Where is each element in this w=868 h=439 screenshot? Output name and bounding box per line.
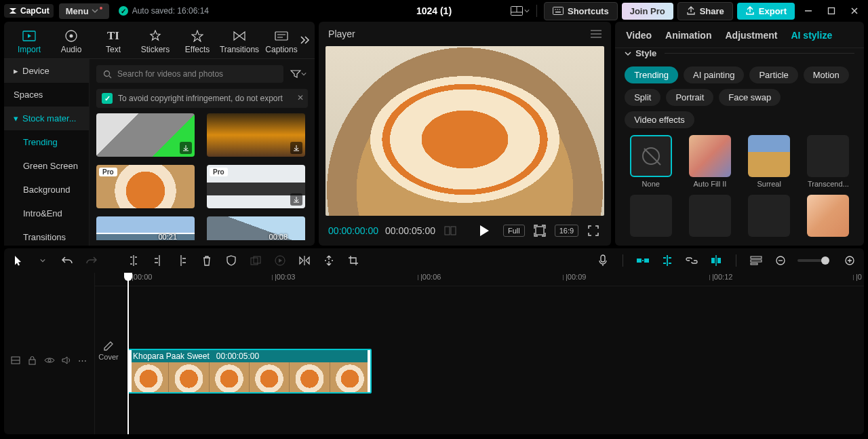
stock-thumb-6[interactable]: 00:08 xyxy=(207,216,305,240)
join-pro-button[interactable]: Join Pro xyxy=(622,3,673,20)
player-viewport[interactable] xyxy=(326,46,604,216)
project-title[interactable]: 1024 (1) xyxy=(416,5,452,16)
chip-faceswap[interactable]: Face swap xyxy=(719,89,781,106)
delete-left-button[interactable] xyxy=(151,253,165,268)
chip-particle[interactable]: Particle xyxy=(749,66,797,83)
tab-audio[interactable]: Audio xyxy=(50,26,92,58)
notice-close-button[interactable]: ✕ xyxy=(297,93,304,102)
clip-handle-right[interactable] xyxy=(368,350,372,392)
delete-right-button[interactable] xyxy=(175,253,190,268)
compare-button[interactable] xyxy=(442,223,458,239)
main-track-magnet[interactable] xyxy=(635,253,650,268)
filter-button[interactable] xyxy=(289,64,308,83)
window-maximize-button[interactable] xyxy=(822,1,841,20)
mirror-button[interactable] xyxy=(297,253,312,268)
select-dropdown[interactable] xyxy=(35,253,50,268)
tab-text[interactable]: TI Text xyxy=(92,26,134,58)
reverse-button[interactable] xyxy=(321,253,336,268)
stock-thumb-3[interactable]: Pro xyxy=(96,165,195,208)
split-button[interactable] xyxy=(126,253,141,268)
video-clip[interactable]: Khopara Paak Sweet 00:00:05:00 xyxy=(127,349,372,394)
play-button[interactable] xyxy=(479,225,490,237)
fx-autofill[interactable]: Auto Fill II xyxy=(684,135,736,188)
insp-tab-video[interactable]: Video xyxy=(626,30,652,41)
zoom-in-button[interactable] xyxy=(842,253,857,268)
tab-transitions[interactable]: Transitions xyxy=(218,26,260,58)
chip-portrait[interactable]: Portrait xyxy=(666,89,713,106)
track-mute-button[interactable] xyxy=(62,355,71,366)
redo-button[interactable] xyxy=(84,253,99,268)
side-trending[interactable]: Trending xyxy=(4,130,89,154)
download-button[interactable] xyxy=(290,142,302,154)
share-button[interactable]: Share xyxy=(677,2,733,20)
side-transitions[interactable]: Transitions xyxy=(4,225,89,246)
tab-captions[interactable]: Captions xyxy=(260,26,302,58)
record-button[interactable] xyxy=(273,253,288,268)
insp-tab-animation[interactable]: Animation xyxy=(665,30,711,41)
side-stock[interactable]: ▾Stock mater... xyxy=(4,107,89,130)
chip-videoeffects[interactable]: Video effects xyxy=(625,111,694,128)
tabs-more-button[interactable] xyxy=(300,35,311,45)
export-button[interactable]: Export xyxy=(737,3,795,20)
playhead[interactable] xyxy=(127,273,129,434)
fx-8[interactable] xyxy=(802,195,854,237)
fx-5[interactable] xyxy=(625,195,677,237)
crop-button[interactable] xyxy=(346,253,361,268)
window-minimize-button[interactable] xyxy=(799,1,818,20)
layout-button[interactable] xyxy=(511,3,530,19)
timecode-current[interactable]: 00:00:00:00 xyxy=(328,225,378,236)
linkage[interactable] xyxy=(684,253,699,268)
fullscreen-button[interactable] xyxy=(585,223,601,239)
fx-transcend[interactable]: Transcend... xyxy=(802,135,854,188)
player-menu-button[interactable] xyxy=(591,30,601,38)
insp-tab-aistylize[interactable]: AI stylize xyxy=(791,30,832,41)
stock-thumb-1[interactable] xyxy=(96,113,195,157)
tab-stickers[interactable]: Stickers xyxy=(134,26,176,58)
download-button[interactable] xyxy=(180,142,192,154)
stock-thumb-5[interactable]: 00:21 xyxy=(96,216,195,240)
side-introend[interactable]: Intro&End xyxy=(4,202,89,225)
track-more-button[interactable]: ⋯ xyxy=(78,355,87,366)
track-lock-button[interactable] xyxy=(27,355,37,366)
tab-import[interactable]: Import xyxy=(8,26,50,58)
fx-none[interactable]: None xyxy=(625,135,677,188)
ratio-button[interactable]: 16:9 xyxy=(555,225,578,237)
chip-aipainting[interactable]: AI painting xyxy=(684,66,744,83)
stock-thumb-4[interactable]: Pro xyxy=(207,165,305,208)
side-background[interactable]: Background xyxy=(4,178,89,202)
timeline-tracks-area[interactable]: |00:00 |00:03 |00:06 |00:09 |00:12 |0 Kh… xyxy=(95,273,864,434)
side-spaces[interactable]: Spaces xyxy=(4,83,89,107)
track-visibility-button[interactable] xyxy=(44,355,55,366)
undo-button[interactable] xyxy=(60,253,75,268)
freeze-button[interactable] xyxy=(224,253,239,268)
track-collapse-button[interactable] xyxy=(11,355,20,366)
track-options[interactable] xyxy=(749,253,764,268)
chip-split[interactable]: Split xyxy=(625,89,660,106)
preview-axis[interactable] xyxy=(709,253,724,268)
delete-button[interactable] xyxy=(199,253,214,268)
quality-button[interactable]: Full xyxy=(503,225,525,237)
menu-button[interactable]: Menu xyxy=(59,3,109,19)
group-button[interactable] xyxy=(248,253,263,268)
mic-button[interactable] xyxy=(595,253,610,268)
chip-motion[interactable]: Motion xyxy=(804,66,849,83)
tab-effects[interactable]: Effects xyxy=(176,26,218,58)
window-close-button[interactable] xyxy=(845,1,864,20)
timeline-ruler[interactable]: |00:00 |00:03 |00:06 |00:09 |00:12 |0 xyxy=(95,273,864,286)
auto-snap[interactable] xyxy=(660,253,675,268)
stock-thumb-2[interactable] xyxy=(207,113,305,157)
zoom-out-button[interactable] xyxy=(773,253,788,268)
style-section-header[interactable]: Style xyxy=(625,48,854,58)
shortcuts-button[interactable]: Shortcuts xyxy=(544,2,618,20)
search-input[interactable]: Search for videos and photos xyxy=(96,65,283,83)
insp-tab-adjustment[interactable]: Adjustment xyxy=(725,30,777,41)
download-button[interactable] xyxy=(290,193,302,206)
fx-6[interactable] xyxy=(684,195,736,237)
snap-button[interactable] xyxy=(532,223,548,239)
fx-7[interactable] xyxy=(743,195,795,237)
fx-surreal[interactable]: Surreal xyxy=(743,135,795,188)
chip-trending[interactable]: Trending xyxy=(625,66,678,83)
zoom-slider[interactable] xyxy=(797,259,825,262)
select-tool[interactable] xyxy=(11,253,26,268)
side-device[interactable]: ▸Device xyxy=(4,59,89,83)
